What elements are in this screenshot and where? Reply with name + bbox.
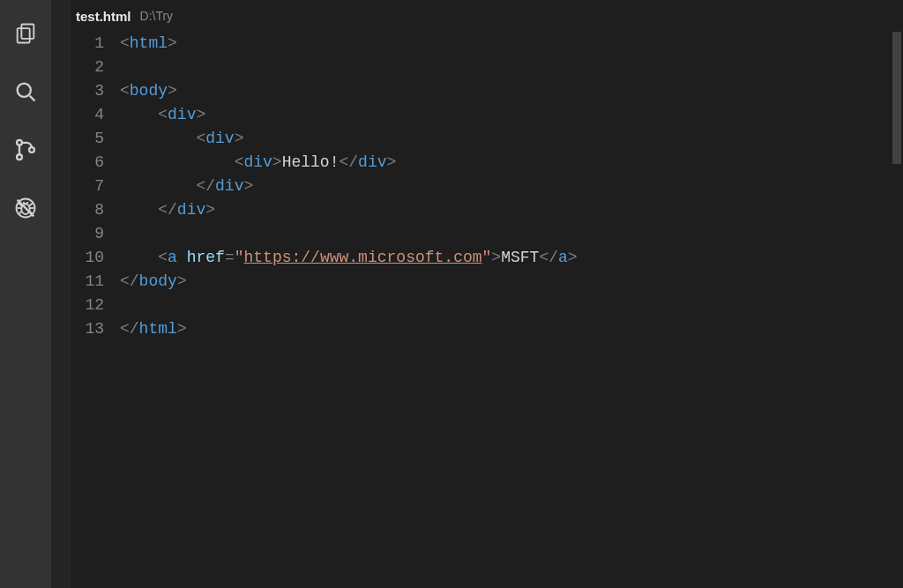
editor-area: test.html D:\Try 12345678910111213 <html…: [71, 0, 903, 588]
svg-point-5: [17, 154, 22, 160]
svg-point-6: [29, 147, 34, 153]
editor-tab[interactable]: test.html D:\Try: [71, 0, 903, 32]
code-line[interactable]: <a href="https://www.microsoft.com">MSFT…: [120, 246, 903, 270]
line-number: 1: [71, 32, 104, 56]
code-line[interactable]: </html>: [120, 317, 903, 341]
code-line[interactable]: </body>: [120, 270, 903, 294]
line-number: 8: [71, 198, 104, 222]
line-number: 3: [71, 79, 104, 103]
line-number: 11: [71, 270, 104, 294]
svg-rect-0: [21, 25, 34, 39]
line-number: 10: [71, 246, 104, 270]
line-number: 7: [71, 175, 104, 198]
code-line[interactable]: </div>: [120, 198, 903, 222]
code-line[interactable]: <div>: [120, 127, 903, 151]
code-line[interactable]: <div>Hello!</div>: [120, 151, 903, 175]
code-line[interactable]: </div>: [120, 175, 903, 198]
line-number: 12: [71, 294, 104, 317]
scrollbar-thumb[interactable]: [892, 32, 901, 164]
vertical-scrollbar[interactable]: [891, 32, 903, 588]
code-editor[interactable]: 12345678910111213 <html> <body> <div> <d…: [71, 32, 903, 588]
sidebar-collapsed: [51, 0, 71, 588]
explorer-icon[interactable]: [4, 12, 47, 55]
search-icon[interactable]: [4, 71, 47, 113]
svg-point-4: [17, 140, 22, 145]
line-number: 6: [71, 151, 104, 175]
source-control-icon[interactable]: [4, 129, 47, 171]
line-number: 5: [71, 127, 104, 151]
svg-line-12: [29, 203, 33, 206]
svg-rect-1: [18, 28, 30, 42]
code-line[interactable]: <div>: [120, 103, 903, 127]
tab-path: D:\Try: [140, 9, 174, 23]
code-line[interactable]: [120, 222, 903, 246]
line-numbers: 12345678910111213: [71, 32, 120, 588]
code-line[interactable]: [120, 56, 903, 79]
debug-icon[interactable]: [4, 187, 47, 229]
tab-filename: test.html: [76, 9, 131, 24]
line-number: 9: [71, 222, 104, 246]
line-number: 2: [71, 56, 104, 79]
line-number: 13: [71, 317, 104, 341]
code-content[interactable]: <html> <body> <div> <div> <div>Hello!</d…: [120, 32, 903, 588]
code-line[interactable]: [120, 294, 903, 317]
svg-line-3: [30, 96, 35, 101]
svg-line-13: [19, 212, 22, 215]
activity-bar: [0, 0, 51, 588]
code-line[interactable]: <body>: [120, 79, 903, 103]
svg-point-2: [18, 84, 31, 97]
code-line[interactable]: <html>: [120, 32, 903, 56]
line-number: 4: [71, 103, 104, 127]
